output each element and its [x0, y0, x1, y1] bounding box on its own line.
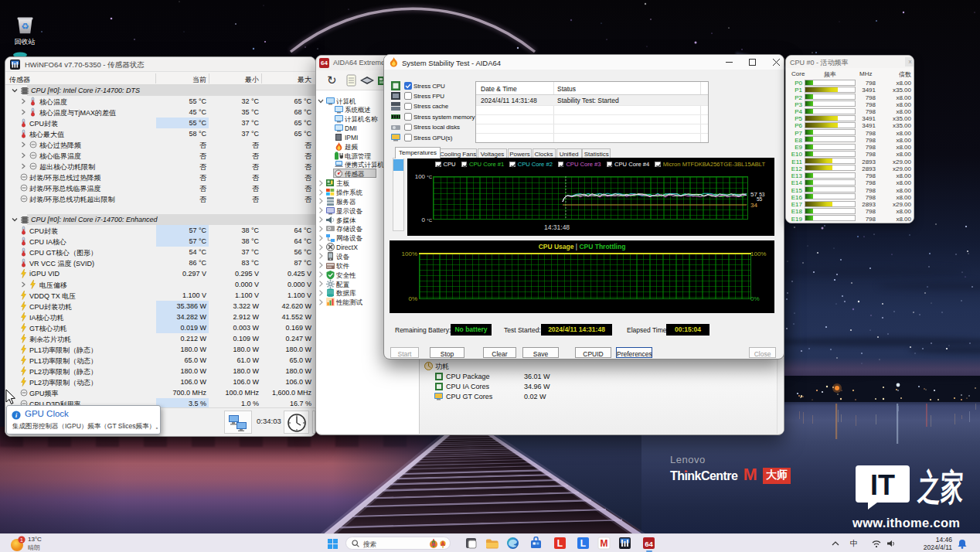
svg-text:M: M: [601, 538, 608, 549]
svg-text:64: 64: [645, 540, 653, 548]
svg-text:L: L: [580, 538, 586, 549]
svg-text:IT: IT: [870, 469, 895, 501]
svg-text:1: 1: [20, 537, 23, 543]
svg-text:♻: ♻: [21, 21, 29, 31]
svg-text:之家: 之家: [917, 469, 965, 507]
svg-text:L: L: [557, 538, 563, 549]
